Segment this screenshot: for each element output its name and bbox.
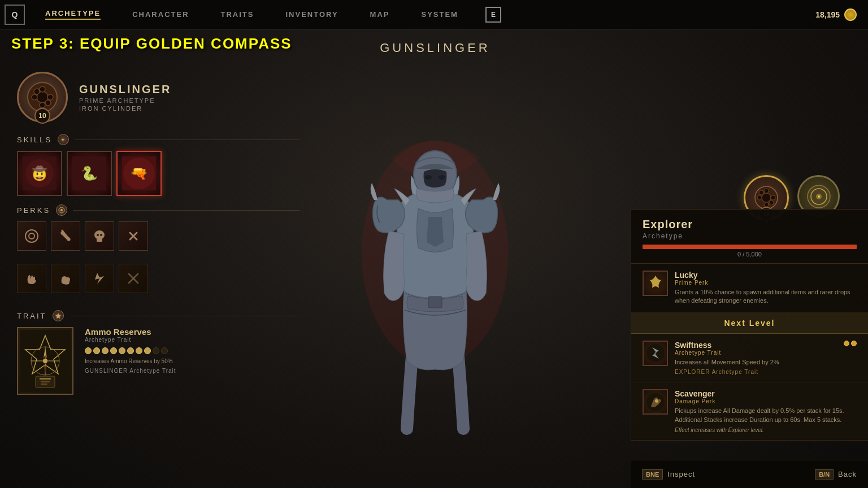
dot-9: [153, 347, 159, 354]
dot-6: [127, 347, 134, 354]
skills-icon: ✦: [58, 134, 69, 145]
next-level-label: Next Level: [643, 319, 857, 328]
perks-icon: [56, 204, 67, 216]
inspect-button[interactable]: BNE Inspect: [642, 469, 695, 480]
next-level-header: Next Level: [631, 313, 868, 334]
archetype-level: 10: [34, 108, 50, 124]
lucky-name: Lucky: [675, 271, 857, 280]
swiftness-perk-section: Swiftness Archetype Trait Increases all …: [631, 334, 868, 382]
skills-row: 🤠 🐍 🔫: [17, 151, 300, 196]
svg-point-48: [771, 195, 775, 200]
perk-lightning[interactable]: [85, 264, 114, 293]
skill-card-3[interactable]: 🔫: [116, 151, 162, 196]
perk-gear[interactable]: [17, 221, 46, 251]
perk-wrench[interactable]: [51, 221, 80, 251]
nav-system[interactable]: SYSTEM: [406, 0, 474, 29]
svg-point-23: [100, 234, 102, 236]
trait-info: Ammo Reserves Archetype Trait Increases …: [85, 327, 300, 374]
perks-row-1: [17, 221, 300, 251]
currency-icon: [844, 8, 857, 21]
inspect-key: BNE: [642, 469, 663, 480]
scavenger-perk-icon: [643, 389, 668, 415]
perk-skull[interactable]: [85, 221, 114, 251]
scavenger-perk-section: Scavenger Damage Perk Pickups increase A…: [631, 382, 868, 440]
trait-subtitle: Archetype Trait: [85, 337, 300, 343]
trait-dots: [85, 347, 300, 354]
action-bar: BNE Inspect B/N Back: [631, 460, 868, 488]
svg-rect-35: [41, 381, 50, 382]
svg-point-19: [29, 233, 34, 239]
trait-card[interactable]: [17, 327, 73, 395]
nav-map[interactable]: MAP: [354, 0, 406, 29]
svg-point-40: [425, 175, 432, 180]
trait-name: Ammo Reserves: [85, 327, 300, 337]
scavenger-type: Damage Perk: [675, 398, 857, 404]
lucky-description: Grants a 10% chance to spawn additional …: [675, 288, 857, 306]
skills-section-label: SKILLS ✦: [17, 134, 300, 145]
svg-point-49: [759, 190, 763, 195]
skill-icon-1: 🤠: [18, 152, 61, 195]
swiftness-dots: [844, 341, 857, 346]
explorer-title: Explorer: [643, 218, 857, 231]
dot-10: [161, 347, 168, 354]
svg-point-22: [97, 234, 99, 236]
svg-marker-24: [55, 313, 61, 319]
step-overlay-text: STEP 3: EQUIP GOLDEN COMPASS: [11, 35, 292, 53]
skill-icon-3: 🔫: [118, 152, 160, 195]
dot-3: [102, 347, 108, 354]
archetype-info: GUNSLINGER PRIME ARCHETYPE IRON CYLINDER: [79, 83, 171, 112]
perks-section-label: PERKS: [17, 204, 300, 216]
lucky-type: Prime Perk: [675, 280, 857, 286]
dot-1: [85, 347, 92, 354]
svg-point-5: [47, 94, 53, 100]
back-key: B/N: [815, 469, 834, 480]
svg-point-2: [40, 86, 45, 92]
svg-point-47: [757, 195, 762, 200]
perk-cross[interactable]: [119, 264, 148, 293]
svg-point-50: [769, 201, 774, 205]
dot-2: [93, 347, 100, 354]
svg-rect-36: [41, 384, 47, 385]
perks-container: [17, 221, 300, 302]
swiftness-perk-info: Swiftness Archetype Trait Increases all …: [675, 341, 837, 375]
center-character-panel: GUNSLINGER: [316, 29, 554, 488]
svg-point-32: [43, 359, 47, 363]
trait-description: Increases Ammo Reserves by 50%: [85, 358, 300, 365]
character-title: GUNSLINGER: [380, 41, 490, 55]
svg-rect-42: [428, 297, 442, 308]
svg-rect-21: [97, 238, 102, 242]
nav-character[interactable]: CHARACTER: [116, 0, 205, 29]
q-key-icon[interactable]: Q: [5, 5, 25, 25]
dot-5: [119, 347, 125, 354]
archetype-item: IRON CYLINDER: [79, 105, 171, 112]
nav-archetype[interactable]: ARCHETYPE: [29, 0, 116, 29]
character-model: [316, 64, 554, 488]
swiftness-perk-icon: [643, 341, 668, 366]
back-button[interactable]: B/N Back: [815, 469, 857, 480]
perk-x[interactable]: [119, 221, 148, 251]
swiftness-dot-2: [851, 341, 857, 346]
swiftness-description: Increases all Movement Speed by 2%: [675, 358, 837, 367]
e-key-icon[interactable]: E: [485, 7, 501, 23]
nav-inventory[interactable]: INVENTORY: [270, 0, 354, 29]
svg-point-4: [32, 94, 37, 100]
skill-card-2[interactable]: 🐍: [67, 151, 112, 196]
svg-point-17: [60, 209, 63, 211]
trait-icon: [53, 310, 64, 321]
nav-traits[interactable]: TRAITS: [205, 0, 270, 29]
svg-text:🔫: 🔫: [131, 165, 147, 181]
inspect-label: Inspect: [667, 470, 695, 478]
trait-section: Ammo Reserves Archetype Trait Increases …: [17, 327, 300, 395]
archetype-icon[interactable]: 10: [17, 72, 68, 123]
archetype-header: 10 GUNSLINGER PRIME ARCHETYPE IRON CYLIN…: [17, 72, 300, 123]
perk-open-hand[interactable]: [17, 264, 46, 293]
skill-card-1[interactable]: 🤠: [17, 151, 62, 196]
dot-4: [110, 347, 117, 354]
lucky-perk-info: Lucky Prime Perk Grants a 10% chance to …: [675, 271, 857, 306]
svg-point-7: [45, 100, 51, 106]
currency-display: 18,195: [815, 8, 868, 21]
explorer-header: Explorer Archetype 0 / 5,000: [631, 210, 868, 264]
perk-closed-hand[interactable]: [51, 264, 80, 293]
svg-text:🐍: 🐍: [81, 165, 98, 181]
svg-point-54: [818, 195, 820, 198]
